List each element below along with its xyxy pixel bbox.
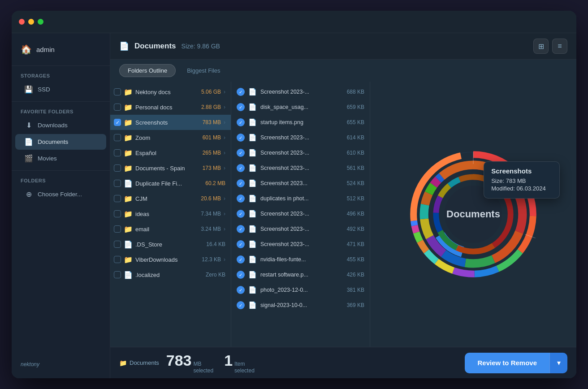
file-doc-icon: 📄 <box>248 210 257 218</box>
file-doc-icon: 📄 <box>248 164 257 172</box>
file-check-icon: ✓ <box>237 255 245 264</box>
folder-row[interactable]: 📁Nektony docs5.06 GB› <box>110 84 231 99</box>
file-row[interactable]: ✓📄Screenshot 2023-...614 KB <box>231 130 370 145</box>
folder-row[interactable]: 📁Personal docs2.88 GB› <box>110 99 231 115</box>
split-pane: 📁Nektony docs5.06 GB›📁Personal docs2.88 … <box>110 82 576 347</box>
file-row[interactable]: ✓📄Screenshot 2023-...688 KB <box>231 84 370 99</box>
folder-name: Personal docs <box>135 104 199 111</box>
content-header: 📄 Documents Size: 9.86 GB ⊞ ≡ <box>110 33 576 60</box>
folder-checkbox[interactable] <box>114 88 121 95</box>
folder-checkbox[interactable] <box>114 134 121 141</box>
view-toggle-btn-1[interactable]: ⊞ <box>533 39 549 54</box>
file-row[interactable]: ✓📄Screenshot 2023-...561 KB <box>231 160 370 176</box>
folder-row[interactable]: 📁ideas7.34 MB› <box>110 206 231 221</box>
file-check-icon: ✓ <box>237 118 245 126</box>
minimize-button[interactable] <box>28 19 34 25</box>
folder-checkbox[interactable]: ✓ <box>114 119 121 126</box>
file-name: disk_space_usag... <box>260 104 343 110</box>
file-row[interactable]: ✓📄duplicates in phot...512 KB <box>231 191 370 206</box>
file-row[interactable]: ✓📄restart software.p...426 KB <box>231 267 370 282</box>
tab-folders-outline[interactable]: Folders Outline <box>119 64 176 77</box>
bottom-folder-tag: 📁 Documents <box>119 359 159 367</box>
folder-row[interactable]: 📁ViberDownloads12.3 KB› <box>110 252 231 267</box>
folder-checkbox[interactable] <box>114 225 121 233</box>
folder-size: 173 MB <box>203 165 221 171</box>
choose-folder-label: Choose Folder... <box>38 191 97 198</box>
file-size: 610 KB <box>347 150 364 156</box>
folder-size: 7.34 MB <box>201 211 221 217</box>
file-check-icon: ✓ <box>237 225 245 233</box>
sidebar-item-documents[interactable]: 📄 Documents <box>15 134 106 150</box>
folder-name: Nektony docs <box>135 89 199 95</box>
file-row[interactable]: ✓📄disk_space_usag...659 KB <box>231 99 370 115</box>
folder-checkbox[interactable] <box>114 210 121 217</box>
folder-row[interactable]: 📁Documents - Spain173 MB› <box>110 160 231 176</box>
view-toggle-btn-2[interactable]: ≡ <box>552 39 567 54</box>
file-icon: 📄 <box>124 240 133 249</box>
review-to-remove-button[interactable]: Review to Remove <box>465 353 549 373</box>
tooltip-title: Screenshots <box>491 167 552 175</box>
file-name: Screenshot 2023-... <box>260 165 343 171</box>
folder-row[interactable]: 📄.localizedZero KB <box>110 267 231 282</box>
file-row[interactable]: ✓📄Screenshot 2023-...492 KB <box>231 221 370 237</box>
folder-checkbox[interactable] <box>114 164 121 172</box>
folder-checkbox[interactable] <box>114 195 121 202</box>
file-size: 512 KB <box>347 195 364 202</box>
folder-checkbox[interactable] <box>114 256 121 263</box>
folder-row[interactable]: 📁CJM20.6 MB› <box>110 191 231 206</box>
file-row[interactable]: ✓📄Screenshot 2023-...610 KB <box>231 145 370 160</box>
chevron-right-icon: › <box>224 104 225 110</box>
items-count: 1 <box>224 352 233 369</box>
folder-checkbox[interactable] <box>114 180 121 187</box>
sidebar-item-downloads[interactable]: ⬇ Downloads <box>15 117 106 133</box>
file-size: 455 KB <box>347 256 364 263</box>
header-actions: ⊞ ≡ <box>533 39 567 54</box>
file-doc-icon: 📄 <box>248 271 257 279</box>
file-row[interactable]: ✓📄signal-2023-10-0...369 KB <box>231 298 370 313</box>
file-check-icon: ✓ <box>237 301 245 309</box>
folder-row[interactable]: 📁email3.24 MB› <box>110 221 231 237</box>
bottom-bar: 📁 Documents 783 MB selected 1 It <box>110 347 576 378</box>
file-row[interactable]: ✓📄nvidia-files-funte...455 KB <box>231 252 370 267</box>
chevron-right-icon: › <box>224 134 225 141</box>
file-name: Screenshot 2023-... <box>260 226 343 232</box>
folder-size: Zero KB <box>206 272 225 278</box>
folder-row[interactable]: ✓📁Screenshots783 MB› <box>110 115 231 130</box>
chevron-right-icon: › <box>224 89 225 95</box>
folder-checkbox[interactable] <box>114 149 121 156</box>
selected-mb: 783 <box>166 353 192 368</box>
file-size: 492 KB <box>347 226 364 232</box>
file-check-icon: ✓ <box>237 103 245 111</box>
folder-checkbox[interactable] <box>114 241 121 248</box>
sidebar-item-movies[interactable]: 🎬 Movies <box>15 151 106 166</box>
ssd-icon: 💾 <box>24 85 33 94</box>
review-btn-dropdown[interactable]: ▾ <box>549 353 567 373</box>
file-doc-icon: 📄 <box>248 134 257 142</box>
folder-row[interactable]: 📁Español265 MB› <box>110 145 231 160</box>
file-row[interactable]: ✓📄Screenshot 2023-...496 KB <box>231 206 370 221</box>
sidebar-item-choose-folder[interactable]: ⊕ Choose Folder... <box>15 186 106 202</box>
file-row[interactable]: ✓📄startup items.png655 KB <box>231 115 370 130</box>
home-icon: 🏠 <box>21 44 32 55</box>
file-name: photo_2023-12-0... <box>260 287 343 293</box>
close-button[interactable] <box>19 19 25 25</box>
folder-name: .DS_Store <box>135 241 203 248</box>
app-window: 🏠 admin Storages 💾 SSD Favorite folders … <box>12 11 576 378</box>
ssd-label: SSD <box>38 86 97 93</box>
file-row[interactable]: ✓📄Screenshot 2023-...471 KB <box>231 237 370 252</box>
folder-name: ViberDownloads <box>135 256 199 263</box>
sidebar-item-ssd[interactable]: 💾 SSD <box>15 82 106 97</box>
folder-row[interactable]: 📁Zoom601 MB› <box>110 130 231 145</box>
folder-row[interactable]: 📄.DS_Store16.4 KB <box>110 237 231 252</box>
file-name: restart software.p... <box>260 272 343 278</box>
folder-checkbox[interactable] <box>114 104 121 111</box>
chevron-right-icon: › <box>224 165 225 171</box>
folder-checkbox[interactable] <box>114 271 121 278</box>
file-icon: 📄 <box>124 179 133 188</box>
file-name: Screenshot 2023-... <box>260 150 343 156</box>
folder-row[interactable]: 📄Duplicate File Fi...60.2 MB <box>110 176 231 191</box>
file-row[interactable]: ✓📄photo_2023-12-0...381 KB <box>231 282 370 298</box>
maximize-button[interactable] <box>38 19 43 25</box>
file-row[interactable]: ✓📄Screenshot 2023...524 KB <box>231 176 370 191</box>
tab-biggest-files[interactable]: Biggest Files <box>178 64 229 77</box>
